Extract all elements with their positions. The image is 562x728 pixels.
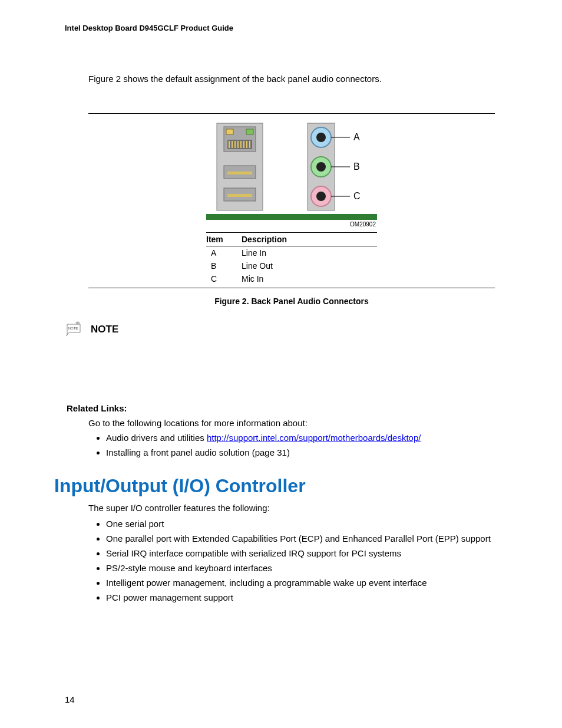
list-item: One parallel port with Extended Capabili… [106,532,497,545]
table-row: C Mic In [206,272,377,285]
intro-paragraph: Figure 2 shows the default assignment of… [88,74,497,84]
legend-item: A [206,246,242,260]
list-item: Audio drivers and utilities http://suppo… [106,431,497,444]
legend-desc: Mic In [242,272,377,285]
diagram-id: OM20902 [350,221,376,228]
legend-header-item: Item [206,233,242,246]
list-item: PS/2-style mouse and keyboard interfaces [106,562,497,574]
related-item-prefix: Audio drivers and utilities [106,433,207,443]
page-header-title: Intel Desktop Board D945GCLF Product Gui… [65,24,497,32]
note-label: NOTE [91,324,118,335]
related-links-intro: Go to the following locations for more i… [88,418,497,428]
figure-container: A B C OM20902 Item Description A Line In… [88,113,495,288]
related-links-list: Audio drivers and utilities http://suppo… [106,431,497,459]
legend-table: Item Description A Line In B Line Out C … [206,232,377,285]
io-controller-heading: Input/Output (I/O) Controller [54,475,497,497]
jack-label-a: A [353,132,360,142]
table-row: B Line Out [206,259,377,272]
svg-point-20 [316,133,326,142]
svg-rect-4 [246,129,253,134]
list-item: PCI power management support [106,591,497,604]
io-controller-intro: The super I/O controller features the fo… [88,503,497,513]
svg-text:NOTE: NOTE [68,327,78,330]
io-feature-list: One serial port One parallel port with E… [106,518,497,604]
svg-rect-0 [206,214,377,220]
svg-rect-3 [226,129,233,134]
legend-header-desc: Description [242,233,377,246]
svg-point-22 [316,162,326,172]
list-item: Installing a front panel audio solution … [106,446,497,459]
diagram-area: A B C OM20902 [88,114,495,228]
table-row: A Line In [206,246,377,260]
related-link[interactable]: http://support.intel.com/support/motherb… [207,433,421,443]
jack-label-b: B [353,162,360,172]
note-icon: NOTE [65,321,85,338]
jack-label-c: C [353,191,361,201]
svg-rect-15 [227,172,252,174]
page-number: 14 [65,694,75,704]
svg-point-24 [316,192,326,201]
related-links-heading: Related Links: [67,403,497,413]
svg-rect-5 [227,140,252,149]
list-item: Intelligent power management, including … [106,577,497,589]
legend-item: B [206,259,242,272]
legend-item: C [206,272,242,285]
legend-desc: Line In [242,246,377,260]
figure-caption: Figure 2. Back Panel Audio Connectors [88,297,495,306]
svg-rect-17 [227,194,252,197]
back-panel-diagram: A B C OM20902 [206,118,377,228]
legend-desc: Line Out [242,259,377,272]
note-block: NOTE NOTE [65,321,497,338]
list-item: One serial port [106,518,497,530]
list-item: Serial IRQ interface compatible with ser… [106,547,497,559]
